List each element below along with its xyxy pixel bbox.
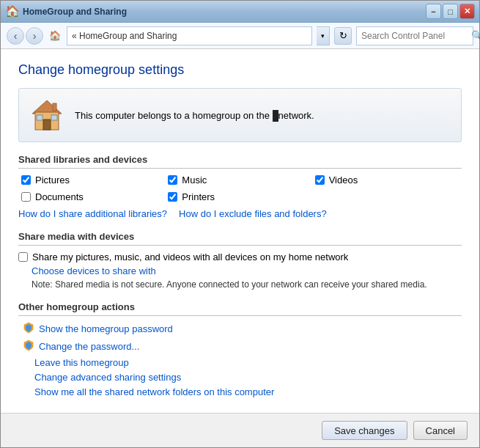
other-actions-section: Other homegroup actions Show the homegro…: [18, 301, 462, 397]
checkbox-documents: Documents: [21, 191, 168, 202]
checkbox-printers: Printers: [168, 191, 314, 202]
forward-button[interactable]: ›: [26, 27, 43, 45]
maximize-button[interactable]: □: [443, 4, 458, 19]
cancel-button[interactable]: Cancel: [413, 421, 468, 440]
help-links: How do I share additional libraries? How…: [18, 208, 462, 219]
shield-icon-1: [23, 322, 34, 336]
homegroup-info-box: This computer belongs to a homegroup on …: [18, 88, 462, 142]
shared-section-header: Shared libraries and devices: [18, 154, 462, 169]
footer: Save changes Cancel: [1, 413, 479, 447]
info-text-before: This computer belongs to a homegroup on …: [75, 110, 270, 121]
title-bar: 🏠 HomeGroup and Sharing − □ ✕: [1, 1, 479, 23]
search-box: 🔍: [356, 26, 473, 45]
checkbox-pictures: Pictures: [21, 175, 168, 186]
page-title: Change homegroup settings: [18, 62, 462, 78]
media-share-section: Share media with devices Share my pictur…: [18, 231, 462, 290]
address-dropdown[interactable]: ▾: [317, 26, 330, 45]
content-area: Change homegroup settings This c: [1, 49, 479, 413]
pictures-label: Pictures: [35, 175, 70, 186]
link-show-password[interactable]: Show the homegroup password: [39, 323, 173, 334]
title-bar-controls: − □ ✕: [426, 4, 475, 19]
documents-label: Documents: [35, 191, 84, 202]
link-share-libraries[interactable]: How do I share additional libraries?: [18, 208, 167, 219]
network-name: [273, 110, 278, 122]
svg-rect-3: [37, 115, 43, 120]
checkbox-videos: Videos: [315, 175, 462, 186]
music-label: Music: [182, 175, 207, 186]
printers-checkbox[interactable]: [168, 192, 177, 202]
link-change-password[interactable]: Change the password...: [39, 341, 139, 352]
minimize-button[interactable]: −: [426, 4, 441, 19]
music-checkbox[interactable]: [168, 175, 177, 185]
address-bar: ‹ › 🏠 « HomeGroup and Sharing ▾ ↻ 🔍: [1, 23, 479, 49]
media-note: Note: Shared media is not secure. Anyone…: [32, 279, 462, 290]
search-input[interactable]: [361, 31, 471, 41]
nav-buttons: ‹ ›: [7, 27, 43, 45]
main-window: 🏠 HomeGroup and Sharing − □ ✕ ‹ › 🏠 « Ho…: [0, 0, 480, 448]
action-change-password: Change the password...: [18, 339, 462, 353]
media-checkbox-label: Share my pictures, music, and videos wit…: [32, 251, 348, 262]
checkbox-music: Music: [168, 175, 314, 186]
documents-checkbox[interactable]: [21, 192, 31, 202]
homegroup-info-text: This computer belongs to a homegroup on …: [75, 110, 314, 121]
printers-label: Printers: [182, 191, 215, 202]
title-bar-left: 🏠 HomeGroup and Sharing: [5, 4, 127, 18]
choose-devices-link[interactable]: Choose devices to share with: [32, 265, 156, 276]
action-show-password: Show the homegroup password: [18, 322, 462, 336]
link-advanced-sharing[interactable]: Change advanced sharing settings: [18, 372, 462, 383]
shield-icon-2: [23, 339, 34, 353]
pictures-checkbox[interactable]: [21, 175, 31, 185]
address-path[interactable]: « HomeGroup and Sharing: [67, 26, 312, 45]
checkboxes-grid: Pictures Music Videos Documents Printers: [18, 175, 462, 202]
window-title: HomeGroup and Sharing: [23, 7, 127, 17]
info-text-after: network.: [278, 110, 314, 121]
close-button[interactable]: ✕: [459, 4, 475, 19]
address-icon: 🏠: [48, 29, 62, 43]
svg-marker-0: [32, 100, 62, 114]
svg-rect-5: [53, 103, 56, 111]
svg-rect-4: [51, 115, 57, 120]
link-exclude-files[interactable]: How do I exclude files and folders?: [179, 208, 327, 219]
videos-label: Videos: [329, 175, 358, 186]
media-checkbox-item: Share my pictures, music, and videos wit…: [18, 251, 462, 262]
save-button[interactable]: Save changes: [322, 421, 407, 440]
media-share-checkbox[interactable]: [18, 252, 28, 262]
link-leave-homegroup[interactable]: Leave this homegroup: [18, 357, 462, 368]
svg-rect-2: [43, 120, 51, 130]
other-actions-header: Other homegroup actions: [18, 301, 462, 316]
house-icon: [29, 98, 64, 133]
search-icon[interactable]: 🔍: [471, 30, 480, 41]
videos-checkbox[interactable]: [315, 175, 325, 185]
link-shared-folders[interactable]: Show me all the shared network folders o…: [18, 386, 462, 397]
refresh-button[interactable]: ↻: [334, 27, 352, 45]
media-section-header: Share media with devices: [18, 231, 462, 246]
back-button[interactable]: ‹: [7, 27, 24, 45]
